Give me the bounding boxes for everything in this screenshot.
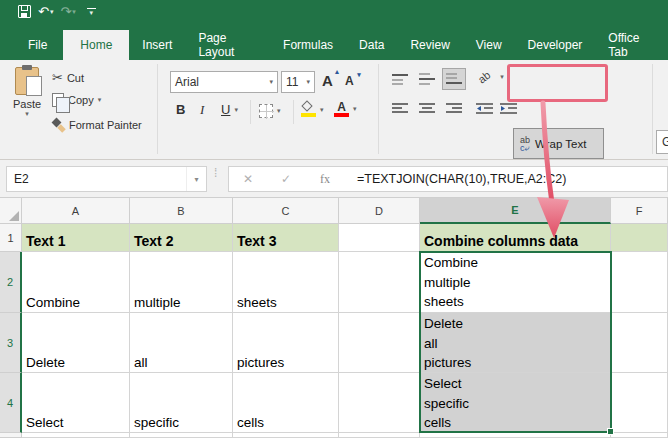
- row-header-3[interactable]: 3: [0, 313, 22, 373]
- tab-page-layout[interactable]: Page Layout: [185, 30, 270, 60]
- increase-font-size-button[interactable]: A▴: [322, 72, 333, 89]
- copy-button[interactable]: Copy ▾: [52, 93, 101, 107]
- cell-D1[interactable]: [339, 224, 420, 252]
- cell-C3[interactable]: pictures: [233, 313, 339, 373]
- title-bar: ↶▾ ↷▾ ▾: [0, 0, 668, 30]
- tab-office-tab[interactable]: Office Tab: [595, 30, 668, 60]
- middle-align-button[interactable]: [415, 68, 439, 90]
- cell-F5[interactable]: [611, 433, 668, 438]
- cell-D3[interactable]: [339, 313, 420, 373]
- column-header-f[interactable]: F: [611, 198, 668, 224]
- cut-button[interactable]: ✂ Cut: [52, 70, 84, 85]
- cell-C1[interactable]: Text 3: [233, 224, 339, 252]
- format-painter-label: Format Painter: [69, 119, 142, 131]
- cell-B5[interactable]: [130, 433, 233, 438]
- decrease-indent-button[interactable]: [472, 98, 496, 120]
- align-left-button[interactable]: [388, 98, 412, 120]
- insert-function-icon[interactable]: fx: [305, 172, 345, 187]
- save-button[interactable]: [18, 5, 31, 18]
- top-align-button[interactable]: [388, 68, 412, 90]
- chevron-down-icon: ▾: [25, 110, 29, 118]
- orientation-button[interactable]: ab ▾: [478, 71, 504, 83]
- cell-B3[interactable]: all: [130, 313, 233, 373]
- bottom-align-button[interactable]: [442, 68, 466, 90]
- cell-C4[interactable]: cells: [233, 373, 339, 433]
- cell-A4[interactable]: Select: [22, 373, 130, 433]
- column-header-d[interactable]: D: [339, 198, 420, 224]
- cell-F2[interactable]: [611, 252, 668, 313]
- align-center-icon: [419, 103, 435, 115]
- increase-font-icon: A▴: [322, 72, 333, 89]
- row-header-1[interactable]: 1: [0, 224, 22, 252]
- font-size-combo[interactable]: 11 ▾: [281, 71, 315, 93]
- cell-C5[interactable]: [233, 433, 339, 438]
- decrease-font-size-button[interactable]: A▾: [345, 74, 354, 88]
- undo-icon: ↶: [38, 5, 49, 18]
- formula-input[interactable]: =TEXTJOIN(CHAR(10),TRUE,A2:C2): [345, 172, 566, 186]
- paste-button[interactable]: Paste ▾: [8, 65, 46, 139]
- font-name-value: Arial: [175, 75, 199, 89]
- column-header-a[interactable]: A: [22, 198, 130, 224]
- tab-file[interactable]: File: [12, 30, 63, 60]
- row-header-4[interactable]: 4: [0, 373, 22, 433]
- cell-D5[interactable]: [339, 433, 420, 438]
- align-left-icon: [392, 103, 408, 115]
- cell-E4[interactable]: Select specific cells: [420, 373, 611, 433]
- name-box[interactable]: E2 ▾: [6, 166, 207, 192]
- tab-review[interactable]: Review: [397, 30, 462, 60]
- cell-E5[interactable]: [420, 433, 611, 438]
- fill-color-button[interactable]: ▾: [301, 102, 324, 117]
- cell-A3[interactable]: Delete: [22, 313, 130, 373]
- cell-B2[interactable]: multiple: [130, 252, 233, 313]
- align-center-button[interactable]: [415, 98, 439, 120]
- tab-view[interactable]: View: [463, 30, 515, 60]
- row-header-5[interactable]: [0, 433, 22, 438]
- font-name-combo[interactable]: Arial ▾: [170, 71, 278, 93]
- borders-button[interactable]: ▾: [259, 104, 281, 118]
- bold-button[interactable]: B: [176, 102, 185, 117]
- cut-label: Cut: [67, 72, 84, 84]
- cell-D2[interactable]: [339, 252, 420, 313]
- cell-A5[interactable]: [22, 433, 130, 438]
- cell-E1[interactable]: Combine columns data: [420, 224, 611, 252]
- cancel-icon[interactable]: ✕: [229, 172, 267, 186]
- chevron-down-icon: ▾: [500, 73, 504, 81]
- align-right-button[interactable]: [442, 98, 466, 120]
- italic-button[interactable]: I: [200, 102, 204, 118]
- drag-handle-icon[interactable]: ⁞: [214, 170, 217, 176]
- cell-B1[interactable]: Text 2: [130, 224, 233, 252]
- column-header-c[interactable]: C: [233, 198, 339, 224]
- cell-A2[interactable]: Combine: [22, 252, 130, 313]
- cell-D4[interactable]: [339, 373, 420, 433]
- tab-data[interactable]: Data: [346, 30, 397, 60]
- number-format-combo[interactable]: G: [656, 130, 668, 154]
- cell-B4[interactable]: specific: [130, 373, 233, 433]
- redo-button[interactable]: ↷▾: [60, 5, 75, 18]
- cell-A1[interactable]: Text 1: [22, 224, 130, 252]
- undo-button[interactable]: ↶▾: [38, 5, 53, 18]
- tab-developer[interactable]: Developer: [515, 30, 596, 60]
- increase-indent-button[interactable]: [496, 98, 520, 120]
- tab-insert[interactable]: Insert: [129, 30, 185, 60]
- customize-qat-button[interactable]: ▾: [87, 8, 96, 16]
- enter-icon[interactable]: ✓: [267, 172, 305, 186]
- tab-formulas[interactable]: Formulas: [270, 30, 346, 60]
- row-header-2[interactable]: 2: [0, 252, 22, 313]
- underline-icon: U: [221, 102, 230, 117]
- cell-F1[interactable]: [611, 224, 668, 252]
- cell-E2-active[interactable]: Combine multiple sheets: [420, 252, 611, 313]
- cell-F4[interactable]: [611, 373, 668, 433]
- wrap-text-button[interactable]: abc⤶ Wrap Text: [513, 128, 604, 159]
- select-all-corner[interactable]: [0, 198, 22, 224]
- column-header-e[interactable]: E: [420, 198, 611, 224]
- underline-button[interactable]: U ▾: [221, 102, 238, 117]
- tab-home[interactable]: Home: [63, 30, 129, 60]
- borders-icon: [259, 104, 273, 118]
- cell-C2[interactable]: sheets: [233, 252, 339, 313]
- cell-E3[interactable]: Delete all pictures: [420, 313, 611, 373]
- font-color-button[interactable]: A ▾: [334, 101, 357, 117]
- column-header-b[interactable]: B: [130, 198, 233, 224]
- format-painter-button[interactable]: Format Painter: [52, 118, 142, 131]
- cell-F3[interactable]: [611, 313, 668, 373]
- chevron-down-icon[interactable]: ▾: [186, 167, 206, 191]
